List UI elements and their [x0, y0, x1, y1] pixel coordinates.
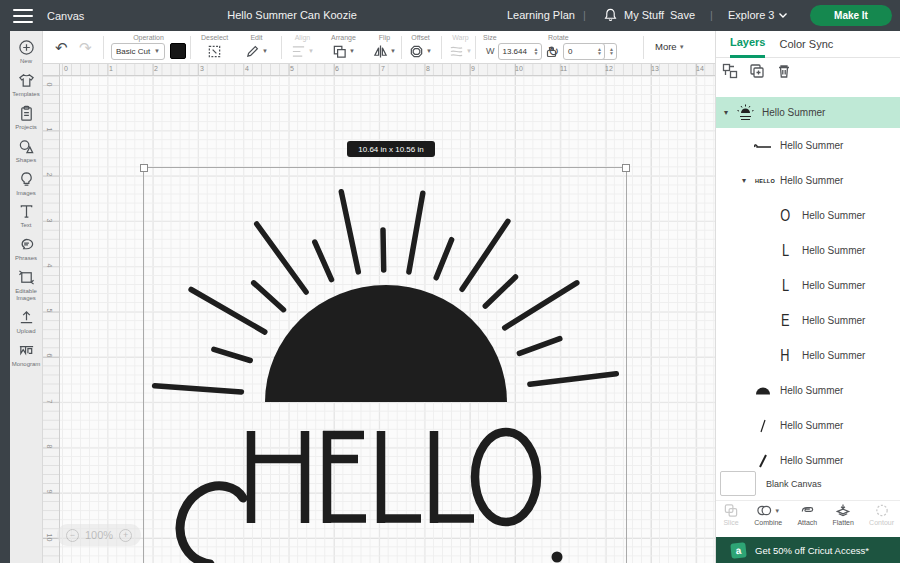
- group-icon[interactable]: [722, 63, 738, 79]
- lightbulb-icon: [18, 171, 35, 188]
- left-sidebar: New Templates Projects Shapes Images Tex…: [10, 31, 43, 563]
- edit-button[interactable]: Edit ▼: [245, 34, 268, 59]
- layer-row-letter-o[interactable]: O Hello Summer: [716, 198, 900, 233]
- sidebar-item-text[interactable]: Text: [10, 203, 42, 229]
- resize-handle-top-right[interactable]: [622, 164, 630, 172]
- color-swatch[interactable]: [170, 43, 186, 59]
- upload-icon: [18, 309, 35, 326]
- layer-row-letter-h[interactable]: H Hello Summer: [716, 338, 900, 373]
- machine-select[interactable]: Explore 3: [728, 9, 774, 21]
- width-input[interactable]: 13.644 ▲▼: [498, 43, 542, 60]
- tshirt-icon: [18, 72, 35, 89]
- slash-thumbnail: [752, 415, 774, 437]
- layer-row-letter-l2[interactable]: L Hello Summer: [716, 268, 900, 303]
- chevron-down-icon[interactable]: ▾: [724, 108, 734, 117]
- sidebar-item-projects[interactable]: Projects: [10, 105, 42, 131]
- resize-handle-top-left[interactable]: [140, 164, 148, 172]
- deselect-icon: [207, 44, 222, 59]
- arrange-button[interactable]: Arrange ▼: [331, 34, 356, 59]
- zoom-level: 100%: [85, 529, 113, 541]
- width-stepper[interactable]: ▲▼: [532, 47, 541, 55]
- height-stepper[interactable]: ▲▼: [607, 47, 616, 55]
- tab-layers[interactable]: Layers: [730, 30, 765, 58]
- chevron-down-icon[interactable]: ▾: [742, 176, 752, 185]
- layer-row-letter-l[interactable]: L Hello Summer: [716, 233, 900, 268]
- size-tooltip: 10.64 in x 10.56 in: [347, 141, 435, 157]
- letter-thumbnail: H: [774, 345, 796, 367]
- edit-toolbar: ↶ ↷ Operation Basic Cut▼ Deselect Edit ▼…: [43, 31, 715, 64]
- new-plus-icon: [18, 39, 35, 56]
- offset-button[interactable]: Offset ▼: [409, 34, 432, 59]
- zoom-in-icon[interactable]: +: [119, 529, 132, 542]
- header-separator: |: [583, 9, 586, 21]
- slice-button[interactable]: Slice: [723, 503, 739, 534]
- rotate-group: Rotate ↻ 0 ▲▼: [548, 34, 605, 59]
- save-link[interactable]: Save: [670, 9, 695, 21]
- layer-row-sun[interactable]: Hello Summer: [716, 373, 900, 408]
- redo-icon[interactable]: ↷: [79, 40, 92, 55]
- offset-icon: [409, 44, 424, 59]
- duplicate-icon[interactable]: [749, 63, 765, 79]
- layer-row-group[interactable]: ▾ Hello Summer: [716, 97, 900, 128]
- align-button[interactable]: Align ▼: [291, 34, 314, 59]
- slash-thumbnail: [752, 450, 774, 472]
- pencil-icon: [245, 44, 260, 59]
- left-dark-rail: [0, 31, 10, 563]
- vertical-ruler: 0 1 2 3 4 5 6 7 8 9 10: [43, 76, 60, 563]
- rotate-input[interactable]: 0 ▲▼: [563, 43, 605, 60]
- sidebar-item-new[interactable]: New: [10, 39, 42, 65]
- warp-button[interactable]: Warp ▼: [449, 34, 472, 59]
- letter-thumbnail: L: [774, 240, 796, 262]
- canvas-nav-label[interactable]: Canvas: [47, 10, 84, 22]
- warp-icon: [449, 44, 464, 59]
- layer-actions: [722, 63, 792, 79]
- rotate-stepper[interactable]: ▲▼: [595, 47, 604, 55]
- ruler-corner: [43, 64, 60, 76]
- layer-bottom-actions: Slice ▼ Combine Attach Flatten Contour: [716, 500, 900, 534]
- make-it-button[interactable]: Make It: [810, 5, 892, 26]
- design-thumbnail: [734, 102, 756, 124]
- sidebar-item-monogram[interactable]: Monogram: [10, 342, 42, 368]
- swash-line-thumbnail: [752, 135, 774, 157]
- hello-text-thumbnail: HELLO: [752, 170, 778, 192]
- flip-button[interactable]: Flip ▼: [373, 34, 396, 59]
- deselect-button[interactable]: Deselect: [201, 34, 228, 59]
- zoom-out-icon[interactable]: −: [66, 529, 79, 542]
- sidebar-item-templates[interactable]: Templates: [10, 72, 42, 98]
- undo-icon[interactable]: ↶: [55, 40, 68, 55]
- flatten-button[interactable]: Flatten: [832, 503, 853, 534]
- combine-button[interactable]: ▼ Combine: [754, 503, 782, 534]
- layer-row-letter-e[interactable]: E Hello Summer: [716, 303, 900, 338]
- sidebar-item-upload[interactable]: Upload: [10, 309, 42, 335]
- selection-bounding-box[interactable]: [143, 167, 627, 563]
- sidebar-item-shapes[interactable]: Shapes: [10, 138, 42, 164]
- menu-icon[interactable]: [13, 9, 33, 23]
- monogram-icon: [18, 342, 35, 359]
- blank-canvas-swatch: [720, 471, 756, 496]
- sidebar-item-images[interactable]: Images: [10, 171, 42, 197]
- contour-button[interactable]: Contour: [869, 503, 894, 534]
- project-title: Hello Summer Can Koozie: [227, 9, 357, 21]
- more-button[interactable]: More▼: [655, 41, 685, 52]
- letter-thumbnail: E: [774, 310, 796, 332]
- zoom-control[interactable]: − 100% +: [57, 524, 141, 546]
- layer-row-ray-thin[interactable]: Hello Summer: [716, 408, 900, 443]
- layer-row-swash[interactable]: Hello Summer: [716, 128, 900, 163]
- notifications-bell-icon[interactable]: [604, 8, 617, 22]
- chevron-down-icon[interactable]: [778, 12, 788, 19]
- rotate-icon[interactable]: ↻: [548, 44, 559, 59]
- attach-button[interactable]: Attach: [797, 503, 817, 534]
- trash-icon[interactable]: [776, 63, 792, 79]
- tab-color-sync[interactable]: Color Sync: [779, 32, 833, 57]
- letter-thumbnail: L: [774, 275, 796, 297]
- sidebar-item-phrases[interactable]: Phrases: [10, 236, 42, 262]
- blank-canvas-row[interactable]: Blank Canvas: [716, 470, 900, 497]
- learning-plan-link[interactable]: Learning Plan: [507, 9, 575, 21]
- cricut-access-banner[interactable]: a Get 50% off Cricut Access*: [716, 537, 900, 563]
- arrange-icon: [332, 44, 347, 59]
- sidebar-item-editable-images[interactable]: Editable Images: [10, 269, 42, 302]
- layer-row-hello-group[interactable]: ▾ HELLO Hello Summer: [716, 163, 900, 198]
- my-stuff-link[interactable]: My Stuff: [624, 9, 664, 21]
- operation-select[interactable]: Basic Cut▼: [111, 43, 165, 60]
- design-grid[interactable]: 10.64 in x 10.56 in: [60, 76, 715, 563]
